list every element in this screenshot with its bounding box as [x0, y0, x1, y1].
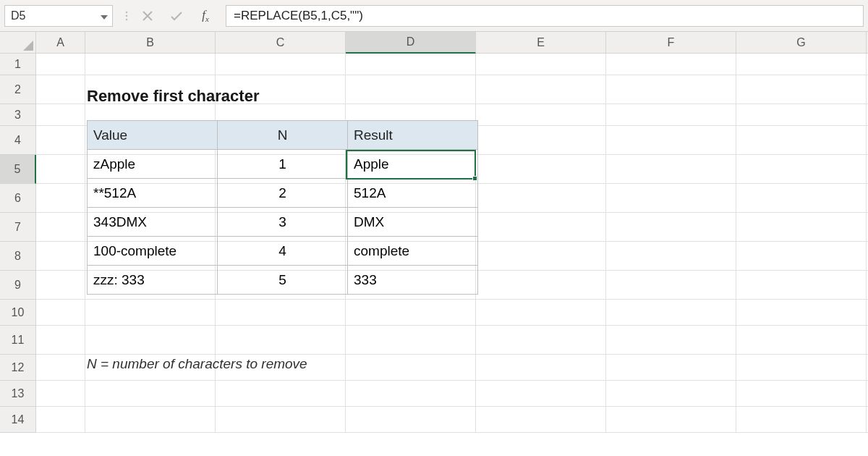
cell-n[interactable]: 3 [218, 208, 348, 237]
row-header-8[interactable]: 8 [0, 242, 36, 271]
cell-A4[interactable] [36, 126, 85, 155]
cell-E12[interactable] [476, 355, 606, 381]
row-header-13[interactable]: 13 [0, 381, 36, 407]
cell-value[interactable]: zApple [88, 150, 218, 179]
cell-E9[interactable] [476, 271, 606, 300]
cell-G7[interactable] [736, 213, 867, 242]
cell-E4[interactable] [476, 126, 606, 155]
cell-A6[interactable] [36, 184, 85, 213]
cell-B13[interactable] [85, 381, 216, 407]
cell-F5[interactable] [606, 155, 736, 184]
cell-E10[interactable] [476, 300, 606, 326]
cell-E7[interactable] [476, 213, 606, 242]
cell-F11[interactable] [606, 326, 736, 355]
cell-G3[interactable] [736, 104, 867, 126]
cell-G2[interactable] [736, 75, 867, 104]
cell-G5[interactable] [736, 155, 867, 184]
cell-G8[interactable] [736, 242, 867, 271]
cell-E6[interactable] [476, 184, 606, 213]
cell-A13[interactable] [36, 381, 85, 407]
cell-G6[interactable] [736, 184, 867, 213]
cell-D12[interactable] [346, 355, 476, 381]
row-header-9[interactable]: 9 [0, 271, 36, 300]
cell-E2[interactable] [476, 75, 606, 104]
cell-A14[interactable] [36, 407, 85, 433]
formula-input[interactable]: =REPLACE(B5,1,C5,"") [226, 5, 864, 27]
cell-G11[interactable] [736, 326, 867, 355]
cell-G4[interactable] [736, 126, 867, 155]
cell-n[interactable]: 5 [218, 266, 348, 295]
cell-G14[interactable] [736, 407, 867, 433]
cell-F7[interactable] [606, 213, 736, 242]
row-header-1[interactable]: 1 [0, 54, 36, 75]
cell-C11[interactable] [216, 326, 346, 355]
cell-D13[interactable] [346, 381, 476, 407]
cell-E1[interactable] [476, 54, 606, 75]
cell-D14[interactable] [346, 407, 476, 433]
cell-A8[interactable] [36, 242, 85, 271]
row-header-11[interactable]: 11 [0, 326, 36, 355]
col-header-F[interactable]: F [606, 32, 736, 54]
cell-F12[interactable] [606, 355, 736, 381]
col-header-B[interactable]: B [85, 32, 216, 54]
cell-F14[interactable] [606, 407, 736, 433]
cell-C14[interactable] [216, 407, 346, 433]
cell-D2[interactable] [346, 75, 476, 104]
cell-value[interactable]: 343DMX [88, 208, 218, 237]
cell-F8[interactable] [606, 242, 736, 271]
cell-C1[interactable] [216, 54, 346, 75]
cell-D1[interactable] [346, 54, 476, 75]
cell-value[interactable]: 100-complete [88, 237, 218, 266]
col-header-G[interactable]: G [736, 32, 867, 54]
cell-value[interactable]: zzz: 333 [88, 266, 218, 295]
cell-E5[interactable] [476, 155, 606, 184]
select-all-corner[interactable] [0, 32, 36, 54]
cell-G13[interactable] [736, 381, 867, 407]
cell-E14[interactable] [476, 407, 606, 433]
cell-G9[interactable] [736, 271, 867, 300]
cell-A10[interactable] [36, 300, 85, 326]
cell-n[interactable]: 2 [218, 179, 348, 208]
cell-B14[interactable] [85, 407, 216, 433]
row-header-12[interactable]: 12 [0, 355, 36, 381]
cell-value[interactable]: **512A [88, 179, 218, 208]
cell-A7[interactable] [36, 213, 85, 242]
row-header-3[interactable]: 3 [0, 104, 36, 126]
row-header-10[interactable]: 10 [0, 300, 36, 326]
col-header-C[interactable]: C [216, 32, 346, 54]
cell-A1[interactable] [36, 54, 85, 75]
enter-formula-button[interactable] [162, 5, 191, 27]
cell-F6[interactable] [606, 184, 736, 213]
cell-A5[interactable] [36, 155, 85, 184]
cell-n[interactable]: 4 [218, 237, 348, 266]
row-header-5[interactable]: 5 [0, 155, 36, 184]
chevron-down-icon[interactable] [101, 9, 108, 22]
cell-D10[interactable] [346, 300, 476, 326]
cell-result[interactable]: Apple [348, 150, 478, 179]
cell-A11[interactable] [36, 326, 85, 355]
cell-A12[interactable] [36, 355, 85, 381]
cell-C10[interactable] [216, 300, 346, 326]
cancel-formula-button[interactable] [133, 5, 162, 27]
cell-G10[interactable] [736, 300, 867, 326]
cell-B11[interactable] [85, 326, 216, 355]
cell-E11[interactable] [476, 326, 606, 355]
header-value[interactable]: Value [88, 121, 218, 150]
row-header-6[interactable]: 6 [0, 184, 36, 213]
cell-E8[interactable] [476, 242, 606, 271]
cell-F2[interactable] [606, 75, 736, 104]
cell-B1[interactable] [85, 54, 216, 75]
name-box[interactable]: D5 [4, 5, 113, 27]
cell-F10[interactable] [606, 300, 736, 326]
cell-result[interactable]: 333 [348, 266, 478, 295]
cell-B10[interactable] [85, 300, 216, 326]
cell-result[interactable]: 512A [348, 179, 478, 208]
row-header-2[interactable]: 2 [0, 75, 36, 104]
col-header-A[interactable]: A [36, 32, 85, 54]
cell-C13[interactable] [216, 381, 346, 407]
cell-A2[interactable] [36, 75, 85, 104]
cell-G12[interactable] [736, 355, 867, 381]
cell-result[interactable]: DMX [348, 208, 478, 237]
cell-F4[interactable] [606, 126, 736, 155]
header-n[interactable]: N [218, 121, 348, 150]
